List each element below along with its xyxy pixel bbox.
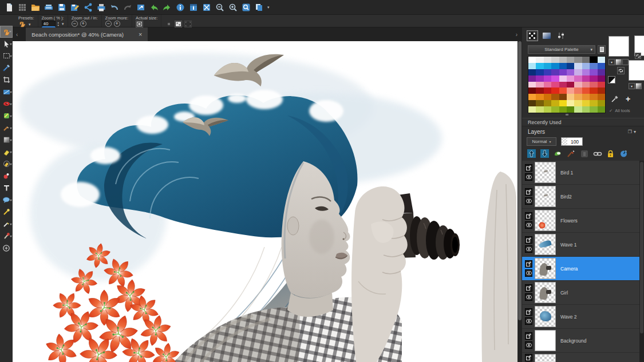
color-swatch[interactable] (551, 69, 559, 75)
recently-used-header[interactable]: Recently Used (522, 118, 644, 126)
layer-thumbnail[interactable] (535, 306, 556, 327)
color-swatch[interactable] (598, 57, 605, 63)
tool-art-media-brush[interactable] (0, 230, 13, 242)
color-swatch[interactable] (598, 75, 605, 82)
layer-row-background[interactable]: Background (522, 329, 639, 352)
layer-visibility-toggle[interactable] (525, 221, 532, 229)
opacity-field[interactable]: 100 (561, 137, 583, 146)
color-swatch[interactable] (544, 94, 551, 100)
layer-visibility-toggle[interactable] (525, 293, 532, 301)
color-swatch[interactable] (574, 94, 582, 100)
color-swatch[interactable] (544, 75, 551, 82)
color-swatch[interactable] (551, 87, 559, 94)
layer-type-icon[interactable] (525, 188, 532, 196)
actual-size-button[interactable] (136, 21, 143, 27)
color-swatch[interactable] (582, 63, 590, 69)
tool-color-changer[interactable] (0, 170, 13, 182)
color-swatch[interactable] (567, 82, 574, 88)
color-swatch[interactable] (536, 94, 543, 100)
palette-grid-icon[interactable] (17, 2, 28, 13)
color-swatch[interactable] (582, 94, 590, 100)
layer-row-flowers[interactable]: Flowers (522, 209, 639, 232)
blend-mode-dropdown[interactable]: Normal ▾ (527, 137, 556, 146)
layer-visibility-toggle[interactable] (525, 173, 532, 181)
tool-background-eraser[interactable] (0, 158, 13, 170)
fg-color-caret-icon[interactable]: ▾ (609, 59, 615, 65)
document-tab[interactable]: Beach composition* @ 40% (Camera) × (26, 27, 148, 41)
tool-dodge-burn[interactable] (0, 206, 13, 218)
new-layer-icon[interactable] (553, 149, 563, 158)
foreground-color-well[interactable] (609, 36, 629, 57)
color-swatch[interactable] (544, 82, 551, 88)
scan-import-icon[interactable] (43, 2, 54, 13)
color-swatch[interactable] (536, 106, 543, 113)
zoom-more-out-button[interactable]: − (105, 21, 112, 27)
layer-visibility-toggle[interactable] (525, 197, 532, 205)
color-swatch[interactable] (590, 87, 597, 94)
tool-crop[interactable] (0, 74, 13, 86)
edit-selection-icon[interactable] (566, 149, 576, 158)
layer-type-icon[interactable] (525, 164, 532, 172)
fg-transparent-icon[interactable] (622, 59, 629, 65)
zoom-out-icon[interactable] (214, 2, 226, 13)
color-swatch[interactable] (528, 69, 536, 75)
layer-thumbnail[interactable] (535, 258, 556, 279)
swap-colors-icon[interactable] (617, 67, 625, 74)
tab-scroll-right-icon[interactable]: › (512, 31, 521, 38)
color-swatch[interactable] (567, 106, 574, 113)
color-swatch[interactable] (590, 75, 597, 82)
color-swatch[interactable] (582, 69, 590, 75)
image-information-icon[interactable] (188, 2, 199, 13)
layer-type-icon[interactable] (525, 236, 532, 244)
color-swatch[interactable] (528, 100, 536, 106)
color-swatch[interactable] (528, 82, 536, 88)
layer-thumbnail[interactable] (535, 354, 556, 362)
layer-thumbnail[interactable] (535, 234, 556, 255)
layer-row-wave-2[interactable]: Wave 2 (522, 305, 639, 328)
color-swatch[interactable] (551, 57, 559, 63)
redo-history-icon[interactable] (161, 2, 173, 13)
panel-scrollbar-thumb[interactable] (640, 162, 643, 333)
layer-row-camera[interactable]: Camera (522, 257, 639, 280)
tool-red-eye[interactable] (0, 98, 13, 110)
color-swatch[interactable] (551, 82, 559, 88)
color-swatch[interactable] (559, 75, 567, 82)
fit-to-window-icon[interactable] (201, 2, 212, 13)
layer-row-wave-1[interactable]: Wave 1 (522, 233, 639, 256)
color-swatch[interactable] (574, 82, 582, 88)
layer-visibility-toggle[interactable] (525, 245, 532, 253)
open-folder-icon[interactable] (30, 2, 41, 13)
color-swatch[interactable] (544, 100, 551, 106)
color-swatch[interactable] (582, 75, 590, 82)
color-swatch[interactable] (574, 87, 582, 94)
swap-colors-small-icon[interactable] (635, 53, 641, 59)
tool-straighten[interactable] (0, 86, 13, 98)
color-swatch[interactable] (528, 57, 536, 63)
layer-thumbnail[interactable] (535, 330, 556, 351)
tool-brush[interactable] (0, 218, 13, 230)
color-swatch[interactable] (544, 87, 551, 94)
color-swatch[interactable] (559, 87, 567, 94)
zoom-tool-window-icon[interactable] (240, 2, 252, 13)
tab-scroll-left-icon[interactable]: ‹ (13, 31, 21, 38)
tool-eraser[interactable] (0, 146, 13, 158)
color-swatch[interactable] (582, 106, 590, 113)
color-swatch[interactable] (559, 94, 567, 100)
color-swatch[interactable] (551, 75, 559, 82)
color-swatch[interactable] (598, 69, 605, 75)
info-icon[interactable] (175, 2, 186, 13)
color-swatch[interactable] (536, 100, 543, 106)
layer-row-bird2[interactable]: Bird2 (522, 185, 639, 208)
tool-flood-fill[interactable] (0, 134, 13, 146)
preview-dot-button[interactable] (165, 21, 172, 27)
color-swatch[interactable] (528, 106, 536, 113)
print-icon[interactable] (96, 2, 107, 13)
layer-type-icon[interactable] (525, 354, 532, 361)
eyedropper-icon[interactable] (611, 95, 619, 105)
tab-close-icon[interactable]: × (139, 31, 142, 38)
new-file-icon[interactable] (3, 2, 15, 13)
color-swatch[interactable] (574, 69, 582, 75)
tool-preset-shape[interactable] (0, 194, 13, 206)
layer-thumbnail[interactable] (535, 162, 556, 183)
color-swatch[interactable] (536, 87, 543, 94)
